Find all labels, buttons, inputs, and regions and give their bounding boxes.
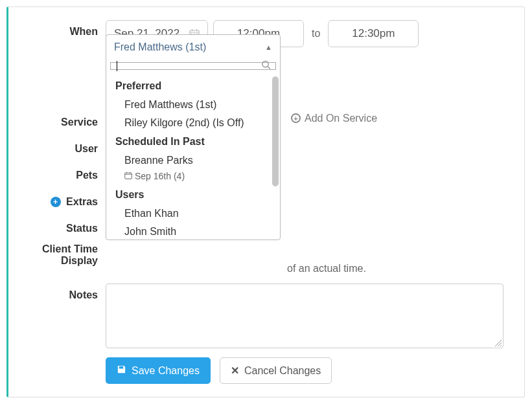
label-when: When xyxy=(15,20,106,38)
close-icon: ✕ xyxy=(231,364,239,377)
svg-rect-3 xyxy=(196,29,197,31)
user-option[interactable]: John Smith xyxy=(106,223,280,236)
user-option[interactable]: Fred Matthews (1st) xyxy=(106,96,280,114)
text-cursor xyxy=(117,61,117,71)
appointment-form: When Sep 21, 2022 12:00pm to 12:30pm Sep… xyxy=(6,6,525,397)
user-option-sub: Sep 16th (4) xyxy=(106,170,280,185)
save-icon xyxy=(117,364,126,377)
user-option[interactable]: Ethan Khan xyxy=(106,205,280,223)
user-search-input[interactable] xyxy=(110,62,276,70)
resize-handle-icon[interactable] xyxy=(494,339,502,346)
group-preferred: Preferred xyxy=(106,76,280,96)
label-pets: Pets xyxy=(15,164,106,181)
user-option[interactable]: Breanne Parks xyxy=(106,151,280,170)
save-button[interactable]: Save Changes xyxy=(106,357,211,384)
label-extras: + Extras xyxy=(15,190,106,208)
user-option[interactable]: Riley Kilgore (2nd) (Is Off) xyxy=(106,114,280,132)
row-notes: Notes xyxy=(15,284,511,348)
add-on-service-link[interactable]: + Add On Service xyxy=(291,113,377,124)
row-user: User Fred Matthews (1st) ▲ xyxy=(15,137,511,155)
label-notes: Notes xyxy=(15,284,106,301)
search-icon xyxy=(261,60,271,73)
svg-rect-19 xyxy=(130,172,130,173)
calendar-icon xyxy=(124,171,132,181)
client-time-hint: of an actual time. xyxy=(287,263,366,274)
end-time-input[interactable]: 12:30pm xyxy=(328,20,419,47)
svg-point-14 xyxy=(262,61,268,67)
user-select-header[interactable]: Fred Matthews (1st) ▲ xyxy=(106,35,280,60)
scrollbar-thumb[interactable] xyxy=(272,76,279,186)
svg-line-22 xyxy=(500,345,502,346)
cancel-button[interactable]: ✕ Cancel Changes xyxy=(220,357,332,384)
to-label: to xyxy=(309,28,323,39)
svg-rect-16 xyxy=(125,173,132,179)
label-user: User xyxy=(15,137,106,155)
svg-rect-2 xyxy=(192,29,192,31)
row-client-time: Client Time Display of an actual time. xyxy=(15,243,511,274)
plus-icon[interactable]: + xyxy=(51,197,61,207)
user-options-list[interactable]: Preferred Fred Matthews (1st) Riley Kilg… xyxy=(106,73,280,240)
plus-circle-icon: + xyxy=(291,113,301,123)
label-client-time: Client Time Display xyxy=(15,243,106,267)
user-select-open: Fred Matthews (1st) ▲ Preferred xyxy=(106,34,281,240)
label-status: Status xyxy=(15,217,106,234)
form-actions: Save Changes ✕ Cancel Changes xyxy=(106,357,511,384)
notes-textarea[interactable] xyxy=(106,284,503,348)
label-service: Service xyxy=(15,111,106,128)
chevron-up-icon: ▲ xyxy=(265,43,272,51)
group-scheduled-past: Scheduled In Past xyxy=(106,132,280,151)
svg-line-15 xyxy=(268,67,270,69)
svg-rect-18 xyxy=(126,172,127,173)
group-users: Users xyxy=(106,185,280,205)
